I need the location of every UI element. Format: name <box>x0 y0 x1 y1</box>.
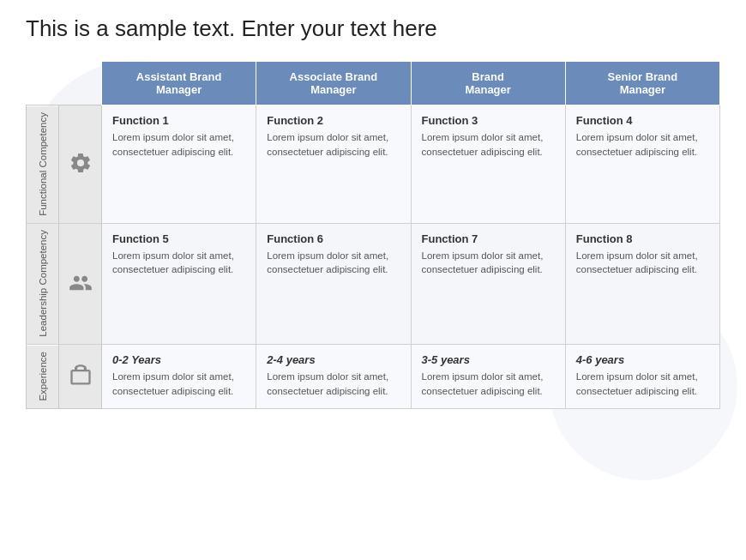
table-row-leadership: Leadership Competency Function 5Lorem ip… <box>27 223 720 345</box>
cell-desc-functional-4: Lorem ipsum dolor sit amet, consectetuer… <box>576 130 709 159</box>
cell-title-leadership-1: Function 5 <box>112 232 245 245</box>
col-header-3: Brand Manager <box>411 62 565 105</box>
row-icon-experience <box>59 345 102 409</box>
competency-table: Assistant Brand Manager Associate Brand … <box>26 61 720 409</box>
cell-desc-functional-2: Lorem ipsum dolor sit amet, consectetuer… <box>267 130 400 159</box>
cell-desc-leadership-1: Lorem ipsum dolor sit amet, consectetuer… <box>112 249 245 277</box>
row-icon-functional <box>59 105 102 224</box>
cell-title-experience-3: 3-5 years <box>422 353 555 366</box>
cell-leadership-3: Function 7Lorem ipsum dolor sit amet, co… <box>411 223 565 345</box>
table-row-experience: Experience 0-2 YearsLorem ipsum dolor si… <box>27 345 720 409</box>
row-label-functional: Functional Competency <box>27 105 59 224</box>
cell-functional-2: Function 2Lorem ipsum dolor sit amet, co… <box>256 105 411 224</box>
cell-leadership-1: Function 5Lorem ipsum dolor sit amet, co… <box>102 223 256 345</box>
cell-desc-experience-3: Lorem ipsum dolor sit amet, consectetuer… <box>422 370 555 398</box>
row-label-leadership: Leadership Competency <box>27 223 59 345</box>
cell-functional-1: Function 1Lorem ipsum dolor sit amet, co… <box>102 105 256 224</box>
cell-title-leadership-2: Function 6 <box>267 232 400 245</box>
cell-leadership-2: Function 6Lorem ipsum dolor sit amet, co… <box>256 223 411 345</box>
cell-functional-4: Function 4Lorem ipsum dolor sit amet, co… <box>565 105 719 224</box>
col-header-1: Assistant Brand Manager <box>102 62 256 105</box>
col-header-2: Associate Brand Manager <box>256 62 411 105</box>
cell-functional-3: Function 3Lorem ipsum dolor sit amet, co… <box>411 105 565 224</box>
row-label-experience: Experience <box>27 345 59 409</box>
cell-experience-4: 4-6 yearsLorem ipsum dolor sit amet, con… <box>565 345 719 409</box>
col-header-4: Senior Brand Manager <box>565 62 719 105</box>
cell-desc-experience-4: Lorem ipsum dolor sit amet, consectetuer… <box>576 370 709 398</box>
cell-desc-leadership-2: Lorem ipsum dolor sit amet, consectetuer… <box>267 249 400 277</box>
table-header-row: Assistant Brand Manager Associate Brand … <box>27 62 720 105</box>
cell-title-leadership-4: Function 8 <box>576 232 709 245</box>
cell-desc-leadership-3: Lorem ipsum dolor sit amet, consectetuer… <box>422 249 555 277</box>
table-row-functional: Functional Competency Function 1Lorem ip… <box>27 105 720 224</box>
cell-title-experience-4: 4-6 years <box>576 353 709 366</box>
cell-desc-functional-1: Lorem ipsum dolor sit amet, consectetuer… <box>112 130 245 159</box>
cell-desc-leadership-4: Lorem ipsum dolor sit amet, consectetuer… <box>576 249 709 277</box>
cell-experience-2: 2-4 yearsLorem ipsum dolor sit amet, con… <box>256 345 411 409</box>
cell-leadership-4: Function 8Lorem ipsum dolor sit amet, co… <box>565 223 719 345</box>
cell-desc-functional-3: Lorem ipsum dolor sit amet, consectetuer… <box>422 130 555 159</box>
cell-title-functional-1: Function 1 <box>112 114 245 127</box>
header-row-label-spacer <box>27 62 59 105</box>
row-icon-leadership <box>59 223 102 345</box>
cell-title-functional-2: Function 2 <box>267 114 400 127</box>
cell-desc-experience-2: Lorem ipsum dolor sit amet, consectetuer… <box>267 370 400 398</box>
cell-title-functional-4: Function 4 <box>576 114 709 127</box>
cell-title-experience-1: 0-2 Years <box>112 353 245 366</box>
cell-experience-1: 0-2 YearsLorem ipsum dolor sit amet, con… <box>102 345 256 409</box>
cell-title-functional-3: Function 3 <box>422 114 555 127</box>
cell-experience-3: 3-5 yearsLorem ipsum dolor sit amet, con… <box>411 345 565 409</box>
cell-desc-experience-1: Lorem ipsum dolor sit amet, consectetuer… <box>112 370 245 398</box>
header-icon-spacer <box>59 62 102 105</box>
cell-title-leadership-3: Function 7 <box>422 232 555 245</box>
cell-title-experience-2: 2-4 years <box>267 353 400 366</box>
page-title: This is a sample text. Enter your text h… <box>26 15 720 42</box>
